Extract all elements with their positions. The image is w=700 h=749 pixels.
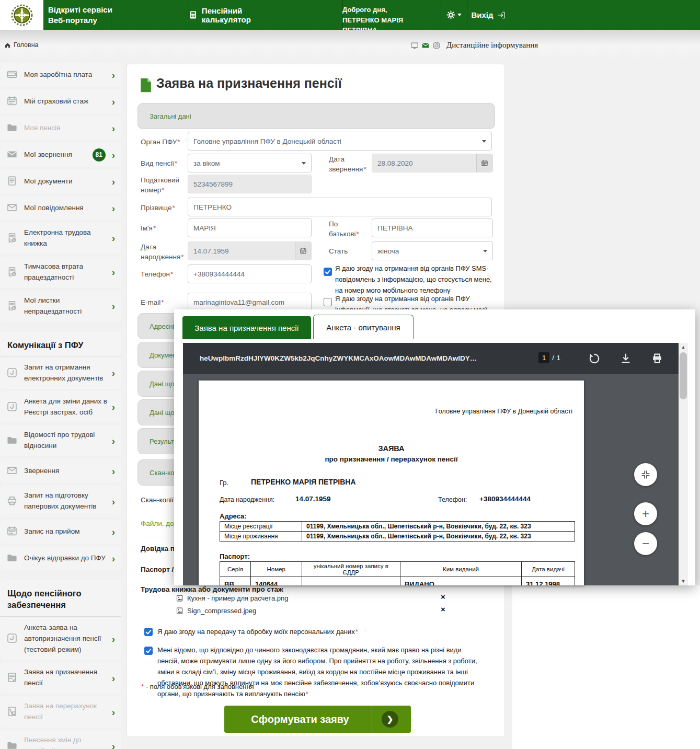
- sidebar-item-icon: [6, 401, 19, 413]
- document-new-icon: [140, 78, 152, 93]
- home-icon: [4, 42, 11, 49]
- calculator-icon: [189, 10, 198, 19]
- sidebar-item-2-3[interactable]: Внесення змін до пенсійної справи ›: [0, 730, 121, 749]
- birth-date-label: Дата народження*: [141, 243, 185, 262]
- organ-label: Орган ПФУ*: [141, 137, 180, 147]
- email-consent-checkbox[interactable]: [324, 298, 332, 306]
- remove-file-button[interactable]: ×: [441, 605, 445, 614]
- table-row: Місце проживання01199, Хмельницька обл.,…: [220, 532, 575, 541]
- surname-label: Прізвище*: [141, 203, 175, 213]
- chevron-right-icon: ›: [110, 368, 117, 378]
- doc-office: Головне управління ПФУ в Донецькій облас…: [355, 408, 572, 415]
- chevron-right-icon: ›: [110, 123, 117, 133]
- sidebar-item-icon: [6, 465, 19, 477]
- sidebar-item-2-1[interactable]: Заява на призначення пенсії ›: [0, 662, 121, 694]
- notification-badge: 81: [93, 148, 106, 162]
- rotate-icon[interactable]: [588, 352, 601, 365]
- sidebar-item-1-0[interactable]: Запит на отримання електронних документі…: [0, 358, 121, 389]
- pdf-current-page[interactable]: 1: [538, 352, 549, 363]
- submit-application-button[interactable]: Сформувати заяву ❯: [224, 706, 411, 733]
- remote-info-widget[interactable]: @ Дистанційне інформування: [410, 41, 538, 50]
- tab-questionnaire[interactable]: Анкета - опитування: [313, 315, 414, 339]
- header-divider: [510, 0, 510, 30]
- pension-calculator-button[interactable]: Пенсійний калькулятор: [189, 0, 293, 30]
- email-label: E-mail*: [141, 298, 164, 308]
- pfu-logo[interactable]: [0, 0, 43, 30]
- sidebar-item-1-6[interactable]: Очікує відправки до ПФУ ›: [0, 546, 121, 570]
- sidebar-item-icon: [6, 95, 19, 108]
- divider: [0, 356, 121, 356]
- sidebar-item-icon: [6, 672, 19, 684]
- calendar-icon[interactable]: [476, 154, 492, 172]
- scrollbar-thumb[interactable]: [680, 352, 687, 399]
- sidebar-item-1-1[interactable]: Анкета для зміни даних в Реєстрі застрах…: [0, 391, 121, 423]
- info-consent-checkbox[interactable]: [144, 647, 153, 655]
- image-file-icon: [176, 594, 183, 602]
- gender-label: Стать: [329, 247, 348, 257]
- file-name: Кухня - пример для расчета.png: [187, 594, 288, 602]
- zoom-in-button[interactable]: +: [634, 502, 657, 525]
- download-icon[interactable]: [619, 352, 632, 365]
- at-sign-icon: @: [432, 41, 441, 50]
- scroll-down-icon[interactable]: ▼: [679, 577, 688, 585]
- sidebar-item-0-5[interactable]: Мої повідомлення ›: [0, 196, 121, 220]
- personal-data-checkbox[interactable]: [144, 628, 153, 636]
- sidebar-item-1-4[interactable]: Запит на підготовку паперових документів…: [0, 486, 121, 517]
- sidebar-item-2-2[interactable]: Заява на перерахунок пенсії ›: [0, 696, 121, 728]
- section-general-data[interactable]: Загальні дані: [137, 103, 495, 129]
- phone-input[interactable]: +380934444444: [188, 264, 312, 283]
- breadcrumb-home[interactable]: Головна: [4, 41, 39, 49]
- sidebar-item-0-0[interactable]: Моя заробітна плата ›: [0, 63, 121, 87]
- sidebar-item-0-1[interactable]: Мій страховий стаж ›: [0, 89, 121, 113]
- settings-menu-button[interactable]: [441, 0, 467, 30]
- organ-select[interactable]: Головне управління ПФУ в Донецькій облас…: [188, 132, 492, 151]
- print-icon[interactable]: [651, 352, 663, 365]
- sidebar-item-0-8[interactable]: Мої листки непрацездатності ›: [0, 291, 121, 322]
- gender-select[interactable]: жіноча: [372, 241, 493, 260]
- tab-application[interactable]: Заява на призначення пенсії: [182, 316, 311, 339]
- sidebar-item-2-0[interactable]: Анкета-заява на автопризначення пенсії (…: [0, 618, 121, 660]
- chevron-right-icon: ❯: [382, 711, 398, 728]
- breadcrumb-bar: Головна @ Дистанційне інформування: [0, 30, 700, 59]
- sidebar-item-0-2[interactable]: Моя пенсія ›: [0, 116, 121, 140]
- sidebar-item-icon: [6, 202, 19, 214]
- chevron-right-icon: ›: [110, 673, 117, 683]
- sms-consent-text: Я даю згоду на отримання від органів ПФУ…: [335, 263, 494, 296]
- logout-button[interactable]: Вихід: [467, 0, 510, 30]
- name-input[interactable]: МАРІЯ: [188, 218, 312, 237]
- calendar-icon[interactable]: [295, 242, 311, 260]
- sidebar-item-1-3[interactable]: Звернення ›: [0, 459, 121, 483]
- pension-type-select[interactable]: за віком: [188, 154, 312, 172]
- chevron-right-icon: ›: [110, 301, 117, 311]
- sms-consent-checkbox[interactable]: [324, 268, 332, 276]
- fit-to-page-button[interactable]: [634, 463, 657, 486]
- sidebar-item-icon: [6, 175, 19, 188]
- pdf-document-page: Головне управління ПФУ в Донецькій облас…: [199, 381, 584, 585]
- sidebar-item-0-3[interactable]: Мої звернення 81 ›: [0, 143, 121, 167]
- sidebar-item-1-2[interactable]: Відомості про трудові відносини ›: [0, 425, 121, 456]
- pdf-filename: heUwplbmRzdHJlYW0KZW5kb2JqCnhyZWYKMCAxOA…: [200, 343, 529, 374]
- chevron-right-icon: ›: [110, 466, 117, 476]
- gear-icon: [446, 10, 455, 19]
- sidebar-item-0-6[interactable]: Електронна трудова книжка ›: [0, 223, 121, 254]
- patronymic-input[interactable]: ПЕТРІВНА: [372, 218, 493, 237]
- pdf-scrollbar[interactable]: ▲ ▼: [679, 343, 688, 585]
- sidebar-item-icon: [6, 232, 19, 245]
- sidebar-item-0-4[interactable]: Мої документи ›: [0, 169, 121, 193]
- chevron-right-icon: ›: [110, 634, 117, 644]
- email-input[interactable]: marinagintova11@gmail.com: [188, 293, 312, 312]
- patronymic-label: По батькові*: [329, 220, 365, 239]
- sidebar-item-icon: [6, 300, 19, 313]
- surname-input[interactable]: ПЕТРЕНКО: [188, 198, 492, 216]
- caret-down-icon: [482, 140, 486, 143]
- caret-down-icon: [483, 250, 487, 252]
- sidebar-item-1-5[interactable]: Запис на прийом ›: [0, 520, 121, 544]
- sidebar-group-title: Щодо пенсійного забезпечення: [0, 580, 121, 616]
- sidebar-item-0-7[interactable]: Тимчасова втрата працездатності ›: [0, 257, 121, 288]
- scroll-up-icon[interactable]: ▲: [679, 343, 688, 351]
- remove-file-button[interactable]: ×: [441, 592, 445, 601]
- svg-text:@: @: [434, 42, 439, 48]
- monitor-icon: [410, 41, 419, 50]
- zoom-out-button[interactable]: −: [634, 532, 657, 555]
- personal-data-text: Я даю згоду на передачу та обробку моїх …: [157, 627, 481, 638]
